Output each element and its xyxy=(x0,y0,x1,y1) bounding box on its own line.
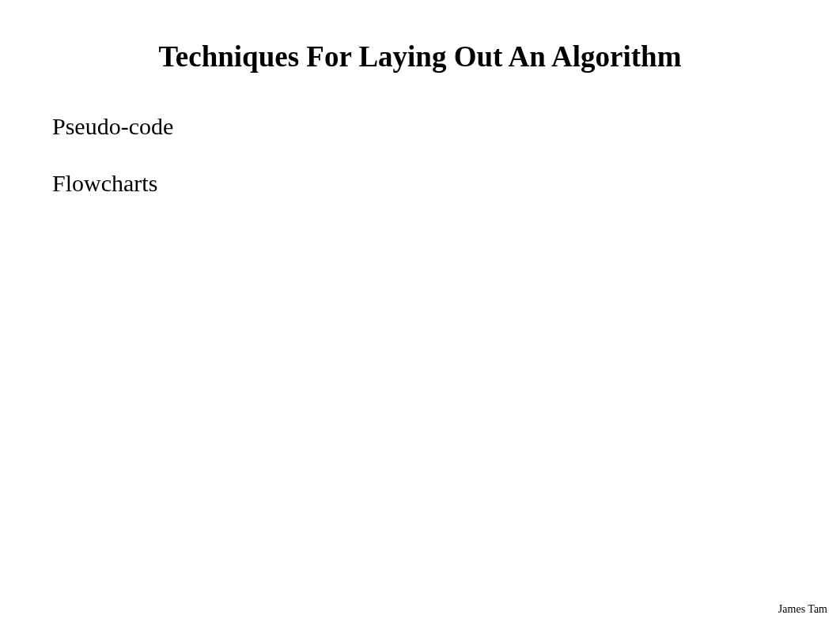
slide-title: Techniques For Laying Out An Algorithm xyxy=(52,40,788,74)
footer-author: James Tam xyxy=(778,603,827,616)
slide: Techniques For Laying Out An Algorithm P… xyxy=(0,0,840,630)
bullet-item: Pseudo-code xyxy=(52,113,788,140)
bullet-item: Flowcharts xyxy=(52,170,788,197)
